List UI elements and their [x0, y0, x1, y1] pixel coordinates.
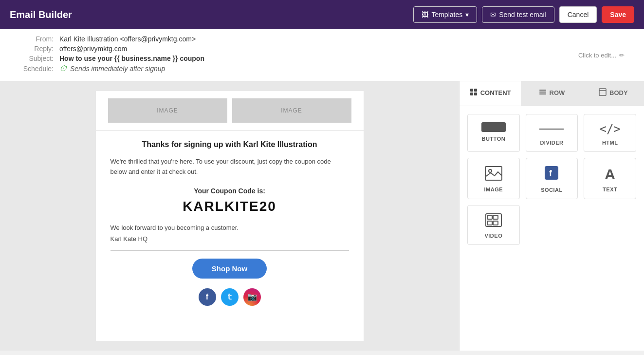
svg-rect-14 — [487, 215, 492, 219]
svg-rect-4 — [539, 90, 546, 91]
layout-icon — [599, 88, 607, 97]
cancel-button[interactable]: Cancel — [559, 6, 597, 23]
schedule-row: Schedule: ⏱ Sends immediately after sign… — [19, 64, 625, 73]
email-footer-line2: Karl Kate HQ — [110, 235, 349, 243]
app-header: Email Builder 🖼 Templates ▾ ✉ Send test … — [0, 0, 644, 29]
divider-shape-icon — [539, 122, 564, 136]
content-grid: BUTTON DIVIDER </> HTML — [467, 114, 636, 245]
content-item-text[interactable]: A TEXT — [584, 158, 636, 199]
html-label: HTML — [602, 140, 618, 146]
email-images-row: IMAGE IMAGE — [96, 91, 364, 131]
html-icon: </> — [599, 122, 620, 136]
divider-label: DIVIDER — [540, 140, 563, 146]
from-label: From: — [19, 35, 54, 43]
coupon-label: Your Coupon Code is: — [110, 187, 349, 195]
reply-value: offers@privymktg.com — [59, 45, 127, 53]
coupon-code: KARLKITE20 — [110, 199, 349, 214]
content-item-button[interactable]: BUTTON — [467, 114, 520, 152]
click-to-edit[interactable]: Click to edit... ✏ — [578, 52, 625, 59]
edit-icon: ✏ — [619, 52, 625, 59]
subject-row: Subject: How to use your {{ business.nam… — [19, 55, 625, 62]
schedule-label: Schedule: — [19, 65, 54, 73]
button-label: BUTTON — [482, 136, 506, 142]
svg-rect-2 — [470, 93, 473, 95]
send-test-email-button[interactable]: ✉ Send test email — [482, 6, 554, 23]
svg-text:f: f — [549, 168, 552, 178]
image-placeholder-2[interactable]: IMAGE — [232, 98, 351, 123]
grid-icon — [470, 88, 478, 97]
twitter-icon[interactable]: 𝕥 — [221, 288, 239, 306]
button-shape-icon — [481, 122, 506, 132]
svg-rect-17 — [493, 221, 498, 225]
reply-label: Reply: — [19, 45, 54, 53]
video-icon — [485, 213, 502, 229]
svg-rect-3 — [474, 93, 477, 95]
facebook-icon[interactable]: f — [199, 288, 216, 306]
tab-row[interactable]: ROW — [521, 81, 582, 106]
panel-content: BUTTON DIVIDER </> HTML — [460, 106, 644, 351]
email-body: IMAGE IMAGE Thanks for signing up with K… — [96, 91, 364, 341]
email-meta: From: Karl Kite Illustration <offers@pri… — [0, 29, 644, 81]
rows-icon — [539, 88, 547, 97]
video-label: VIDEO — [484, 233, 502, 239]
shop-now-button[interactable]: Shop Now — [192, 259, 267, 279]
content-item-video[interactable]: VIDEO — [467, 205, 520, 245]
templates-button[interactable]: 🖼 Templates ▾ — [413, 6, 477, 23]
social-icons: f 𝕥 📷 — [110, 288, 349, 316]
svg-rect-15 — [493, 215, 498, 219]
email-icon: ✉ — [490, 11, 496, 19]
right-panel: CONTENT ROW — [459, 81, 644, 351]
svg-rect-1 — [474, 89, 477, 92]
save-button[interactable]: Save — [602, 6, 634, 23]
header-actions: 🖼 Templates ▾ ✉ Send test email Cancel S… — [413, 6, 634, 23]
image-placeholder-1[interactable]: IMAGE — [108, 98, 227, 123]
tab-content[interactable]: CONTENT — [460, 81, 521, 106]
text-icon: A — [605, 166, 615, 183]
subject-label: Subject: — [19, 55, 54, 62]
content-item-html[interactable]: </> HTML — [584, 114, 636, 152]
image-icon: 🖼 — [422, 11, 428, 19]
svg-rect-7 — [599, 89, 606, 95]
svg-rect-16 — [487, 221, 492, 225]
app-title: Email Builder — [10, 9, 413, 20]
chevron-down-icon: ▾ — [465, 11, 469, 19]
image-content-icon — [485, 166, 502, 183]
content-item-image[interactable]: IMAGE — [467, 158, 520, 199]
svg-point-10 — [489, 169, 492, 172]
svg-rect-5 — [539, 92, 546, 93]
from-value: Karl Kite Illustration <offers@privymktg… — [59, 35, 196, 43]
from-row: From: Karl Kite Illustration <offers@pri… — [19, 35, 625, 43]
social-label: SOCIAL — [541, 187, 563, 193]
panel-tabs: CONTENT ROW — [460, 81, 644, 106]
social-icon-content: f — [545, 166, 558, 183]
email-text-section: Thanks for signing up with Karl Kite Ill… — [96, 131, 364, 325]
email-footer-line1: We look forward to you becoming a custom… — [110, 224, 349, 231]
schedule-icon: ⏱ — [59, 64, 67, 73]
email-divider — [110, 250, 349, 251]
svg-rect-0 — [470, 89, 473, 92]
instagram-icon[interactable]: 📷 — [243, 288, 261, 306]
email-canvas: IMAGE IMAGE Thanks for signing up with K… — [0, 81, 459, 351]
email-heading: Thanks for signing up with Karl Kite Ill… — [110, 140, 349, 149]
content-item-social[interactable]: f SOCIAL — [526, 158, 578, 199]
main-content: IMAGE IMAGE Thanks for signing up with K… — [0, 81, 644, 351]
content-item-divider[interactable]: DIVIDER — [526, 114, 578, 152]
svg-rect-6 — [539, 93, 546, 94]
schedule-value: ⏱ Sends immediately after signup — [59, 64, 165, 73]
subject-value: How to use your {{ business.name }} coup… — [59, 55, 204, 62]
reply-row: Reply: offers@privymktg.com — [19, 45, 625, 53]
email-body-text: We're thrilled that you're here. To use … — [110, 157, 349, 177]
image-label: IMAGE — [484, 187, 503, 192]
tab-body[interactable]: BODY — [583, 81, 644, 106]
text-label: TEXT — [603, 187, 617, 192]
